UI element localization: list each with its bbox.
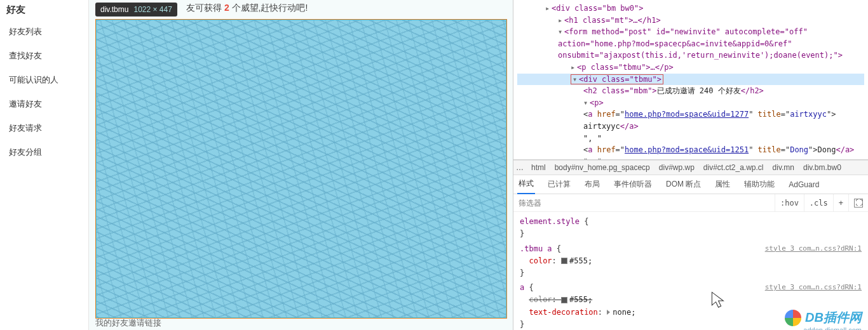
dom-link-href[interactable]: home.php?mod=space&uid=1251 bbox=[625, 145, 749, 154]
tab-styles[interactable]: 样式 bbox=[517, 175, 535, 194]
styles-filter-row: :hov .cls + ⛶ bbox=[513, 194, 868, 212]
css-val[interactable]: #555; bbox=[569, 256, 592, 265]
css-prop[interactable]: color bbox=[529, 295, 552, 304]
caret-down-icon[interactable]: ▾ bbox=[573, 74, 579, 86]
css-source-link[interactable]: style 3 com…n.css?dRN:1 bbox=[765, 243, 862, 254]
sidebar-item-may-know[interactable]: 可能认识的人 bbox=[0, 68, 88, 92]
style-rule-element[interactable]: element.style { } bbox=[520, 216, 862, 240]
tooltip-dimensions: 1022 × 447 bbox=[133, 5, 172, 14]
caret-right-icon[interactable]: ▸ bbox=[571, 62, 577, 74]
tab-dom-breakpoints[interactable]: DOM 断点 bbox=[665, 175, 702, 194]
page-left: 好友 好友列表 查找好友 可能认识的人 邀请好友 好友请求 好友分组 div.t… bbox=[0, 0, 513, 330]
css-prop[interactable]: text-decoration bbox=[529, 308, 597, 317]
css-prop[interactable]: color bbox=[529, 256, 552, 265]
style-rule-tbmu-a[interactable]: style 3 com…n.css?dRN:1 .tbmu a { color:… bbox=[520, 243, 862, 280]
crumb-body[interactable]: body#nv_home.pg_spacecp bbox=[555, 163, 650, 172]
css-val[interactable]: none; bbox=[613, 308, 635, 317]
styles-tabbar: 样式 已计算 布局 事件侦听器 DOM 断点 属性 辅助功能 AdGuard bbox=[513, 175, 868, 194]
dom-link-href[interactable]: home.php?mod=space&uid=1277 bbox=[625, 110, 749, 119]
dom-node[interactable]: <div class="bm bw0"> bbox=[552, 4, 644, 13]
cursor-icon bbox=[710, 290, 731, 314]
dom-node[interactable]: <h2 class="mbm"> bbox=[583, 86, 657, 95]
sidebar-item-invite[interactable]: 邀请好友 bbox=[0, 92, 88, 116]
dom-node[interactable]: <form method="post" id="newinvite" autoc… bbox=[558, 27, 843, 60]
crumb-bm[interactable]: div.bm.bw0 bbox=[803, 163, 841, 172]
css-val[interactable]: #555; bbox=[569, 295, 592, 304]
dom-node[interactable]: </h2> bbox=[741, 86, 764, 95]
caret-down-icon[interactable]: ▾ bbox=[583, 97, 590, 109]
sidebar-item-groups[interactable]: 好友分组 bbox=[0, 140, 88, 164]
hov-toggle[interactable]: :hov bbox=[775, 194, 804, 211]
prompt-count: 2 bbox=[224, 3, 229, 13]
prompt-prefix: 友可获得 bbox=[186, 3, 224, 13]
dom-node[interactable]: </a> bbox=[620, 122, 639, 131]
sidebar-item-requests[interactable]: 好友请求 bbox=[0, 116, 88, 140]
dom-node[interactable]: </a> bbox=[836, 145, 854, 154]
watermark-sub: addon.dismall.com bbox=[803, 326, 862, 330]
disclosure-triangle-icon[interactable] bbox=[607, 310, 610, 315]
breadcrumb-overflow[interactable]: … bbox=[516, 163, 524, 172]
css-selector: .tbmu a bbox=[520, 244, 552, 253]
tab-accessibility[interactable]: 辅助功能 bbox=[743, 175, 776, 194]
tab-layout[interactable]: 布局 bbox=[583, 175, 601, 194]
watermark-text: DB插件网 bbox=[805, 309, 862, 326]
inspected-element-highlight[interactable] bbox=[95, 19, 507, 319]
sidebar-item-find-friends[interactable]: 查找好友 bbox=[0, 44, 88, 68]
tab-computed[interactable]: 已计算 bbox=[546, 175, 572, 194]
tooltip-selector: div.tbmu bbox=[100, 5, 128, 14]
crumb-wp[interactable]: div#wp.wp bbox=[659, 163, 695, 172]
inspect-tooltip: div.tbmu 1022 × 447 bbox=[95, 3, 177, 16]
watermark-logo-icon bbox=[785, 310, 801, 326]
new-style-rule-button[interactable]: + bbox=[833, 194, 848, 211]
css-selector: element.style bbox=[520, 217, 580, 226]
sidebar: 好友 好友列表 查找好友 可能认识的人 邀请好友 好友请求 好友分组 bbox=[0, 0, 89, 330]
dom-node[interactable]: <p class="tbmu">…</p> bbox=[577, 63, 674, 72]
dom-attr: Dong bbox=[790, 145, 808, 154]
toggle-common-rendering-icon[interactable]: ⛶ bbox=[848, 194, 868, 211]
dom-text: 已成功邀请 240 个好友 bbox=[657, 86, 741, 95]
css-source-link[interactable]: style 3 com…n.css?dRN:1 bbox=[765, 282, 862, 293]
tab-properties[interactable]: 属性 bbox=[714, 175, 731, 194]
dom-node-selected[interactable]: <div class="tbmu"> bbox=[579, 75, 661, 84]
reward-prompt: 友可获得 2 个威望,赶快行动吧! bbox=[186, 3, 308, 14]
invite-link-label: 我的好友邀请链接 bbox=[95, 317, 161, 329]
dom-text: Dong bbox=[818, 145, 836, 154]
prompt-suffix: 个威望,赶快行动吧! bbox=[229, 3, 308, 13]
dom-text: airtxyyc bbox=[583, 122, 620, 131]
dom-node[interactable]: <p> bbox=[590, 98, 604, 107]
color-swatch-icon[interactable] bbox=[561, 297, 567, 303]
crumb-mn[interactable]: div.mn bbox=[773, 163, 794, 172]
breadcrumb[interactable]: … html body#nv_home.pg_spacecp div#wp.wp… bbox=[513, 160, 868, 175]
dom-node[interactable]: <h1 class="mt">…</h1> bbox=[564, 16, 661, 25]
crumb-html[interactable]: html bbox=[531, 163, 546, 172]
caret-right-icon[interactable]: ▸ bbox=[545, 3, 552, 15]
dom-attr: airtxyyc bbox=[790, 110, 827, 119]
dom-text: ", " bbox=[583, 134, 602, 143]
crumb-ct[interactable]: div#ct.ct2_a.wp.cl bbox=[703, 163, 764, 172]
elements-panel[interactable]: ▸<div class="bm bw0"> ▸<h1 class="mt">…<… bbox=[513, 0, 868, 160]
styles-filter-input[interactable] bbox=[513, 196, 775, 210]
redaction-scribble bbox=[97, 20, 506, 317]
devtools-pane: ▸<div class="bm bw0"> ▸<h1 class="mt">…<… bbox=[513, 0, 868, 330]
cls-toggle[interactable]: .cls bbox=[804, 194, 833, 211]
color-swatch-icon[interactable] bbox=[561, 258, 567, 264]
sidebar-item-friends-list[interactable]: 好友列表 bbox=[0, 20, 88, 44]
tab-adguard[interactable]: AdGuard bbox=[787, 176, 820, 193]
caret-right-icon[interactable]: ▸ bbox=[558, 15, 564, 27]
sidebar-title: 好友 bbox=[0, 0, 88, 20]
caret-down-icon[interactable]: ▾ bbox=[558, 26, 564, 38]
content-area: div.tbmu 1022 × 447 友可获得 2 个威望,赶快行动吧! 我的… bbox=[92, 0, 513, 330]
watermark: DB插件网 addon.dismall.com bbox=[785, 309, 862, 326]
tab-event-listeners[interactable]: 事件侦听器 bbox=[613, 175, 653, 194]
